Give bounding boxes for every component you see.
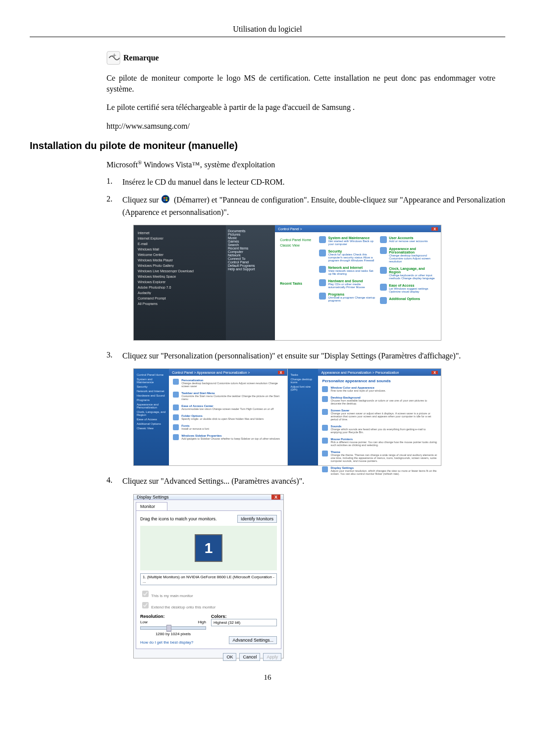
subline-rest: Windows Vista™‚ système d'exploitation xyxy=(142,161,275,169)
step-number: 3. xyxy=(107,351,115,359)
close-icon: X xyxy=(278,371,284,374)
resolution-label: Resolution: xyxy=(140,614,206,619)
control-panel-window: Control Panel > X Control Panel HomeClas… xyxy=(275,225,441,340)
drag-instruction: Drag the icons to match your monitors. xyxy=(140,516,217,521)
resolution-value: 1280 by 1024 pixels xyxy=(140,632,206,636)
high-label: High xyxy=(198,620,206,624)
extend-desktop-checkbox: Extend the desktop onto this monitor xyxy=(140,601,277,610)
note-url: http://www.samsung.com/ xyxy=(107,121,495,132)
cancel-button: Cancel xyxy=(239,653,260,661)
start-orb-icon xyxy=(161,197,174,205)
monitor-tab: Monitor xyxy=(136,502,167,510)
monitor-preview-area: 1 xyxy=(140,526,277,570)
personalization-sidebar: TasksChange desktop iconsAdjust font siz… xyxy=(288,369,319,465)
svg-rect-0 xyxy=(107,51,120,64)
advanced-settings-button: Advanced Settings... xyxy=(229,636,277,644)
svg-rect-4 xyxy=(163,200,165,202)
note-icon xyxy=(107,51,120,65)
ok-button: OK xyxy=(223,653,236,661)
step-1: 1. Insérez le CD du manuel dans le lecte… xyxy=(107,177,505,188)
screenshot-start-control-panel: InternetInternet ExplorerE-mailWindows M… xyxy=(133,225,441,341)
help-link: How do I get the best display? xyxy=(140,640,193,645)
start-menu-pane: InternetInternet ExplorerE-mailWindows M… xyxy=(134,225,226,340)
control-panel-side: Control Panel HomeClassic View Recent Ta… xyxy=(280,236,314,308)
section-subline: Microsoft® Windows Vista™‚ système d'exp… xyxy=(107,159,505,169)
start-menu-right: DocumentsPicturesMusicGamesSearchRecent … xyxy=(226,225,275,340)
colors-label: Colors: xyxy=(211,614,277,619)
appearance-sidebar: Control Panel HomeSystem and Maintenance… xyxy=(134,369,169,465)
monitor-number: 1 xyxy=(195,534,222,562)
step-3: 3. Cliquez sur "Personalization (personn… xyxy=(107,351,505,361)
svg-rect-5 xyxy=(165,200,167,202)
subline-pre: Microsoft xyxy=(107,161,138,169)
colors-select: Highest (32 bit) xyxy=(211,619,277,626)
section-heading: Installation du pilote de moniteur (manu… xyxy=(30,140,505,151)
close-icon: X xyxy=(431,227,438,231)
main-monitor-checkbox: This is my main monitor xyxy=(140,589,277,599)
identify-monitors-button: Identify Monitors xyxy=(237,515,277,523)
resolution-slider xyxy=(140,626,206,630)
step-number: 1. xyxy=(107,177,115,186)
step-text: Insérez le CD du manuel dans le lecteur … xyxy=(122,177,505,188)
screenshot-personalization: Control Panel HomeSystem and Maintenance… xyxy=(133,368,441,466)
recent-tasks-label: Recent Tasks xyxy=(280,282,314,285)
window-title: Display Settings xyxy=(137,495,169,500)
address-bar: Control Panel > xyxy=(278,227,302,231)
page-header: Utilisation du logiciel xyxy=(30,25,505,37)
note-label: Remarque xyxy=(123,53,159,62)
step-4: 4. Cliquez sur "Advanced Settings... (Pa… xyxy=(107,476,505,487)
note-paragraph-1: Ce pilote de moniteur comporte le logo M… xyxy=(107,73,495,94)
page-number: 16 xyxy=(30,673,505,682)
address-text: Control Panel > Appearance and Personali… xyxy=(172,371,250,374)
step-2: 2. Cliquez sur (Démarrer) et "Panneau de… xyxy=(107,195,505,218)
step2-pre: Cliquez sur xyxy=(122,196,159,204)
close-icon: X xyxy=(431,371,438,374)
screenshot-display-settings: Display Settings X Monitor Drag the icon… xyxy=(133,494,284,658)
step-text: Cliquez sur (Démarrer) et "Panneau de co… xyxy=(122,195,505,218)
step-text: Cliquez sur "Personalization (personnali… xyxy=(122,351,505,361)
step-text: Cliquez sur "Advanced Settings... (Param… xyxy=(122,476,505,487)
note-paragraph-2: Le pilote certifié sera téléchargeable à… xyxy=(107,102,495,113)
monitor-select: 1. (Multiple Monitors) on NVIDIA GeForce… xyxy=(140,573,277,585)
step2-post: (Démarrer) et "Panneau de configuration"… xyxy=(122,196,505,216)
svg-rect-3 xyxy=(165,197,167,199)
personalize-heading: Personalize appearance and sounds xyxy=(322,379,437,383)
address-text: Appearance and Personalization > Persona… xyxy=(321,371,399,374)
step-number: 2. xyxy=(107,195,115,203)
close-icon: X xyxy=(271,495,280,500)
step-number: 4. xyxy=(107,476,115,485)
apply-button: Apply xyxy=(263,653,281,661)
low-label: Low xyxy=(140,620,148,624)
svg-rect-2 xyxy=(163,197,165,199)
svg-point-1 xyxy=(161,195,169,203)
